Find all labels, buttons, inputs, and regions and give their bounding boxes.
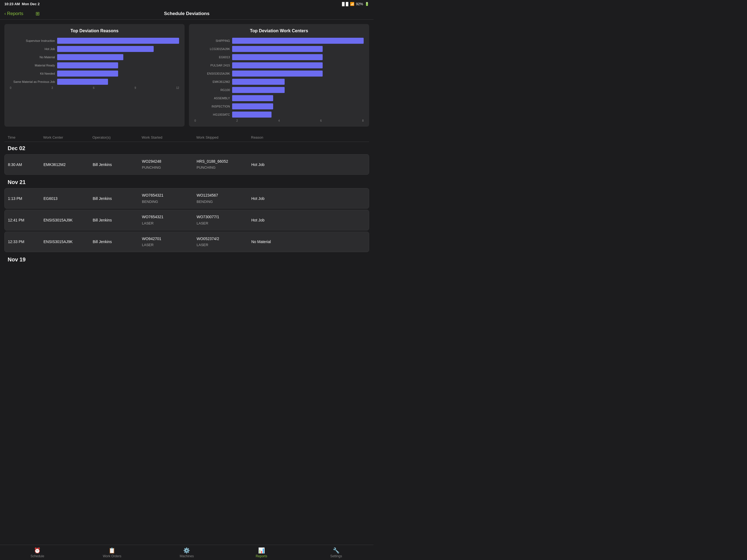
bar-label: EMK3612M2: [195, 80, 230, 83]
table-groups: Dec 02 8:30 AM EMK3612M2 Bill Jenkins WO…: [4, 142, 369, 264]
back-button[interactable]: ‹ Reports: [4, 11, 23, 17]
cell-reason: Hot Job: [251, 218, 366, 222]
date-group: Nov 19: [4, 253, 369, 264]
bar-track: [232, 87, 364, 93]
bar-track: [232, 54, 364, 60]
date-group: Nov 21 1:13 PM EG6013 Bill Jenkins WO765…: [4, 176, 369, 252]
bar-row: INSPECTION: [195, 103, 364, 109]
bar-track: [57, 46, 179, 52]
cell-time: 12:33 PM: [8, 239, 44, 244]
table-row[interactable]: 12:33 PM ENSIS3015AJ9K Bill Jenkins WO94…: [4, 232, 369, 252]
bar-row: Same Material as Previous Job: [10, 79, 179, 85]
bar-row: No Material: [10, 54, 179, 60]
col-reason: Reason: [251, 135, 366, 139]
col-work-skipped: Work Skipped: [196, 135, 251, 139]
cell-work-skipped: WO730077/1LASER: [197, 214, 251, 226]
bar-row: SHIPPING: [195, 38, 364, 44]
bar-track: [57, 71, 179, 77]
bar-row: ENSIS3015AJ9K: [195, 71, 364, 77]
left-chart-axis: 0 3 6 9 12: [10, 86, 179, 90]
bar-fill: [232, 87, 285, 93]
table-section: Time Work Center Operator(s) Work Starte…: [4, 133, 369, 264]
bar-track: [57, 38, 179, 44]
cell-reason: No Material: [251, 239, 366, 244]
bar-row: EG6013: [195, 54, 364, 60]
cell-work-center: EMK3612M2: [44, 162, 93, 167]
table-row[interactable]: 1:13 PM EG6013 Bill Jenkins WO7654321BEN…: [4, 188, 369, 209]
bar-track: [57, 54, 179, 60]
sidebar-icon[interactable]: ⊞: [35, 11, 40, 17]
bar-label: Same Material as Previous Job: [10, 80, 55, 83]
bar-label: RG100: [195, 88, 230, 92]
cell-operators: Bill Jenkins: [93, 218, 142, 222]
cell-time: 12:41 PM: [8, 218, 44, 222]
right-chart: Top Deviation Work Centers SHIPPING LCG3…: [189, 24, 369, 127]
charts-section: Top Deviation Reasons Supervisor Instruc…: [4, 24, 369, 127]
date-group-header: Dec 02: [4, 142, 369, 153]
col-operators: Operator(s): [93, 135, 141, 139]
bar-track: [232, 103, 364, 109]
bar-row: Material Ready: [10, 62, 179, 68]
bar-fill: [57, 46, 154, 52]
nav-bar: ‹ Reports ⊞ Schedule Deviations: [0, 8, 374, 20]
bar-label: INSPECTION: [195, 105, 230, 108]
bar-label: SHIPPING: [195, 39, 230, 42]
cell-work-started: WO294248PUNCHING: [142, 158, 197, 171]
cell-reason: Hot Job: [251, 162, 366, 167]
left-bar-chart: Supervisor Instruction Hot Job No Materi…: [10, 38, 179, 85]
bar-fill: [232, 103, 273, 109]
wifi-icon: 📶: [350, 2, 354, 6]
cell-work-started: WO7654321LASER: [142, 214, 197, 226]
cell-work-skipped: WO1234567BENDING: [197, 192, 251, 205]
bar-fill: [232, 111, 272, 118]
bar-row: HG1003ATC: [195, 111, 364, 118]
bar-row: Supervisor Instruction: [10, 38, 179, 44]
bar-fill: [57, 62, 118, 68]
bar-label: Hot Job: [10, 47, 55, 51]
bar-label: LCG3015AJ9K: [195, 47, 230, 51]
bar-track: [232, 38, 364, 44]
table-row[interactable]: 12:41 PM ENSIS3015AJ9K Bill Jenkins WO76…: [4, 210, 369, 230]
bar-row: RG100: [195, 87, 364, 93]
bar-fill: [232, 54, 323, 60]
page-title: Schedule Deviations: [164, 11, 209, 17]
table-row[interactable]: 8:30 AM EMK3612M2 Bill Jenkins WO294248P…: [4, 154, 369, 175]
bar-track: [232, 62, 364, 68]
bar-label: Kit Needed: [10, 72, 55, 75]
bar-fill: [232, 38, 364, 44]
bar-track: [232, 95, 364, 101]
cell-work-center: ENSIS3015AJ9K: [44, 218, 93, 222]
bar-track: [57, 79, 179, 85]
cell-work-center: ENSIS3015AJ9K: [44, 239, 93, 244]
table-header: Time Work Center Operator(s) Work Starte…: [4, 133, 369, 142]
cell-operators: Bill Jenkins: [93, 239, 142, 244]
bar-fill: [232, 79, 285, 85]
status-time-date: 10:23 AM Mon Dec 2: [4, 2, 40, 6]
bar-fill: [57, 71, 118, 77]
bar-label: EG6013: [195, 55, 230, 59]
status-indicators: ▐▌█ 📶 92% 🔋: [341, 2, 369, 6]
bar-row: Kit Needed: [10, 71, 179, 77]
cell-work-started: WO7654321BENDING: [142, 192, 197, 205]
right-chart-axis: 0 2 4 6 8: [195, 119, 364, 122]
cell-time: 1:13 PM: [8, 196, 44, 201]
bar-fill: [232, 95, 273, 101]
bar-label: ENSIS3015AJ9K: [195, 72, 230, 75]
cell-work-skipped: HRS_0188_66052PUNCHING: [197, 158, 251, 171]
cell-operators: Bill Jenkins: [93, 196, 142, 201]
bar-label: Supervisor Instruction: [10, 39, 55, 42]
bar-fill: [232, 62, 323, 68]
chevron-left-icon: ‹: [4, 11, 6, 17]
battery-icon: 🔋: [365, 2, 369, 6]
cell-work-skipped: WO052374/2LASER: [197, 236, 251, 248]
bar-fill: [232, 71, 323, 77]
right-chart-title: Top Deviation Work Centers: [195, 28, 364, 33]
bar-label: PULSAR 2415: [195, 64, 230, 67]
cell-work-center: EG6013: [44, 196, 93, 201]
bar-fill: [57, 38, 179, 44]
cell-time: 8:30 AM: [8, 162, 44, 167]
left-chart: Top Deviation Reasons Supervisor Instruc…: [4, 24, 185, 127]
bar-track: [232, 46, 364, 52]
col-work-started: Work Started: [141, 135, 196, 139]
back-label: Reports: [7, 11, 24, 17]
